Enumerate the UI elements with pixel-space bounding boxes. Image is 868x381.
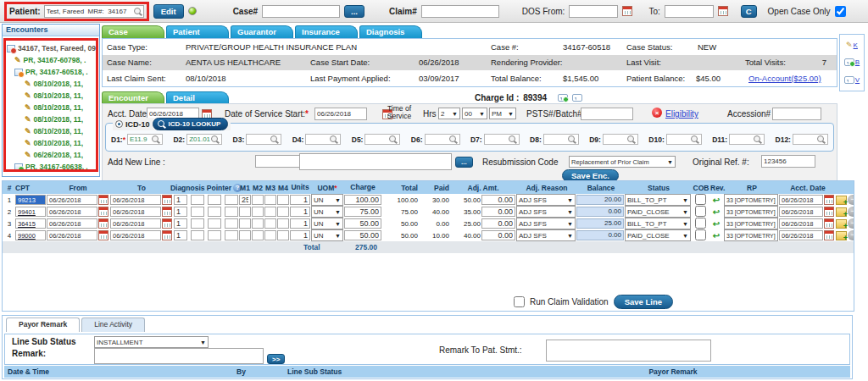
adj-amt-input[interactable] bbox=[481, 195, 515, 205]
dp4-input[interactable] bbox=[225, 230, 238, 240]
dp4-input[interactable] bbox=[225, 195, 238, 205]
patient-search-icon[interactable] bbox=[133, 7, 142, 16]
d6-input[interactable] bbox=[425, 134, 460, 145]
d4-input[interactable] bbox=[305, 134, 341, 145]
d9-input[interactable] bbox=[603, 134, 638, 145]
tree-item-encounter[interactable]: ✎08/10/2018, 11, bbox=[7, 137, 96, 149]
status-select[interactable]: PAID_CLOSE▼ bbox=[625, 206, 691, 218]
units-input[interactable] bbox=[290, 230, 310, 240]
case-browse-button[interactable]: ... bbox=[344, 5, 364, 18]
tree-item-encounter[interactable]: ✎08/10/2018, 11, bbox=[7, 102, 96, 113]
original-ref-input[interactable] bbox=[761, 155, 815, 168]
accession-input[interactable] bbox=[772, 108, 821, 120]
calendar-icon[interactable] bbox=[824, 195, 834, 205]
dp3-input[interactable] bbox=[208, 207, 221, 217]
m1-input[interactable] bbox=[239, 230, 251, 240]
adj-reason-select[interactable]: ADJ SFS▼ bbox=[516, 194, 576, 206]
adj-reason-select[interactable]: ADJ SFS▼ bbox=[516, 206, 576, 218]
m1-input[interactable] bbox=[239, 195, 251, 205]
rp-select[interactable]: 33 [OPTOMETRY]▼ bbox=[724, 194, 778, 206]
hour-select[interactable]: 2▼ bbox=[438, 108, 460, 119]
to-date-input[interactable] bbox=[110, 230, 161, 240]
open-case-only-checkbox[interactable] bbox=[835, 6, 846, 17]
cpt-input[interactable] bbox=[15, 218, 46, 229]
dp2-input[interactable] bbox=[191, 195, 204, 205]
calendar-icon[interactable] bbox=[162, 218, 172, 229]
billing-b-button[interactable]: B bbox=[844, 58, 860, 66]
m3-input[interactable] bbox=[264, 195, 276, 205]
calendar-icon[interactable] bbox=[162, 230, 172, 240]
calendar-icon[interactable] bbox=[98, 195, 108, 205]
tree-item-encounter[interactable]: ✎08/10/2018, 11, bbox=[7, 90, 96, 102]
edit-button[interactable]: Edit bbox=[153, 4, 184, 19]
claim-number-input[interactable] bbox=[421, 5, 499, 18]
m4-input[interactable] bbox=[277, 230, 289, 240]
d12-input[interactable] bbox=[793, 134, 828, 145]
dp3-input[interactable] bbox=[208, 230, 221, 240]
status-select[interactable]: BILL_TO_PT▼ bbox=[625, 218, 691, 229]
to-date-input[interactable] bbox=[110, 195, 161, 205]
cpt-input[interactable] bbox=[15, 207, 46, 217]
dp4-input[interactable] bbox=[225, 218, 238, 229]
units-input[interactable] bbox=[290, 195, 310, 205]
from-date-input[interactable] bbox=[47, 218, 97, 229]
calendar-icon[interactable] bbox=[98, 230, 108, 240]
line-browse-button[interactable]: ... bbox=[455, 157, 473, 168]
rp-select[interactable]: 33 [OPTOMETRY]▼ bbox=[724, 218, 778, 229]
uom-select[interactable]: UN▼ bbox=[311, 206, 343, 218]
m3-input[interactable] bbox=[264, 207, 276, 217]
dp2-input[interactable] bbox=[191, 207, 204, 217]
delete-line-icon[interactable]: − bbox=[848, 195, 854, 205]
to-date-input[interactable] bbox=[110, 207, 161, 217]
tree-item-encounter[interactable]: ✎06/26/2018, 11, bbox=[7, 149, 96, 161]
status-select[interactable]: PAID_CLOSE▼ bbox=[625, 229, 691, 241]
on-account-link[interactable]: On-Account($25.00) bbox=[748, 74, 821, 83]
tree-item-case[interactable]: PR, 34167-60638, . bbox=[7, 161, 96, 172]
m4-input[interactable] bbox=[277, 207, 289, 217]
acct-date-input[interactable] bbox=[779, 207, 823, 217]
dp3-input[interactable] bbox=[208, 195, 221, 205]
delete-line-icon[interactable]: − bbox=[848, 230, 854, 240]
m4-input[interactable] bbox=[277, 195, 289, 205]
acct-date-input[interactable] bbox=[779, 195, 823, 205]
adj-amt-input[interactable] bbox=[481, 230, 515, 240]
calendar-icon[interactable] bbox=[162, 207, 172, 217]
charge-input[interactable] bbox=[344, 207, 381, 217]
reverse-icon[interactable]: ↩ bbox=[709, 231, 723, 240]
rp-select[interactable]: 33 [OPTOMETRY]▼ bbox=[724, 206, 778, 218]
m3-input[interactable] bbox=[264, 230, 276, 240]
icd10-lookup-button[interactable]: ICD-10 LOOKUP bbox=[153, 118, 229, 130]
add-line-icon[interactable] bbox=[836, 219, 847, 229]
dp2-input[interactable] bbox=[191, 230, 204, 240]
tab-diagnosis[interactable]: Diagnosis bbox=[359, 25, 422, 38]
status-select[interactable]: BILL_TO_PT▼ bbox=[625, 194, 691, 206]
tab-case[interactable]: Case bbox=[102, 25, 164, 38]
adj-amt-input[interactable] bbox=[481, 218, 515, 229]
view-v-button[interactable]: V bbox=[844, 76, 860, 84]
delete-line-icon[interactable]: − bbox=[848, 218, 854, 229]
tab-patient[interactable]: Patient bbox=[166, 25, 229, 38]
m1-input[interactable] bbox=[239, 207, 251, 217]
m3-input[interactable] bbox=[264, 218, 276, 229]
uom-select[interactable]: UN▼ bbox=[311, 229, 343, 241]
m2-input[interactable] bbox=[252, 195, 264, 205]
tab-guarantor[interactable]: Guarantor bbox=[231, 25, 293, 38]
tab-detail[interactable]: Detail bbox=[166, 91, 229, 104]
eligibility-link[interactable]: Eligibility bbox=[665, 109, 698, 119]
run-claim-validation-checkbox[interactable] bbox=[514, 296, 525, 307]
d7-input[interactable] bbox=[484, 134, 520, 145]
adj-amt-input[interactable] bbox=[481, 207, 515, 217]
cpt-input[interactable] bbox=[15, 195, 46, 205]
dp3-input[interactable] bbox=[208, 218, 221, 229]
c-button[interactable]: C bbox=[741, 5, 757, 18]
tree-item-encounter[interactable]: ✎08/10/2018, 11, bbox=[7, 125, 96, 137]
acct-date-input[interactable] bbox=[779, 230, 823, 240]
cob-checkbox[interactable] bbox=[695, 218, 706, 229]
dos-start-input[interactable] bbox=[314, 108, 367, 120]
tab-insurance[interactable]: Insurance bbox=[295, 25, 358, 38]
tree-item-patient[interactable]: 34167, Test, Fareed, 09 bbox=[7, 42, 96, 54]
tab-line-activity[interactable]: Line Activity bbox=[81, 318, 145, 332]
cob-checkbox[interactable] bbox=[695, 206, 706, 217]
tab-payor-remark[interactable]: Payor Remark bbox=[6, 318, 80, 332]
uom-select[interactable]: UN▼ bbox=[311, 194, 343, 206]
